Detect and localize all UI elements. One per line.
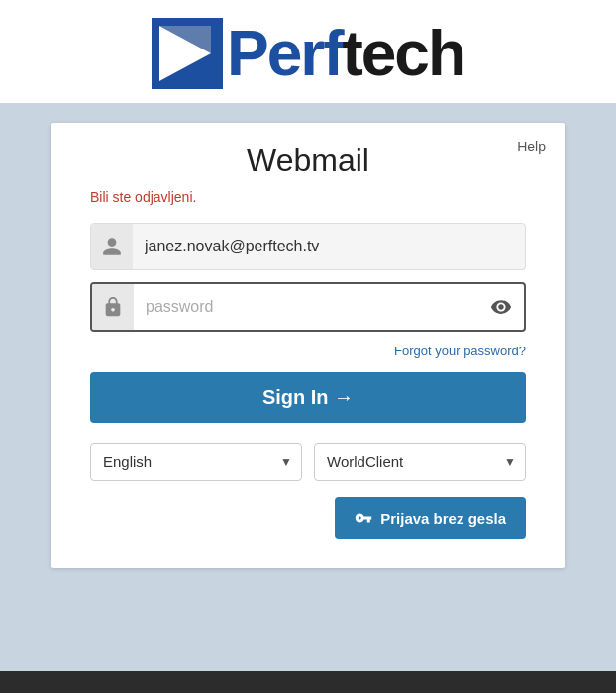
perftech-logo-icon — [152, 18, 223, 89]
lock-icon — [92, 284, 134, 330]
bottom-selects-row: English Slovenian German ▼ WorldClient O… — [90, 443, 526, 481]
client-select[interactable]: WorldClient Outlook — [314, 443, 526, 481]
help-link[interactable]: Help — [517, 139, 546, 154]
login-card: Help Webmail Bili ste odjavljeni. Forgot… — [51, 123, 565, 568]
client-select-wrapper: WorldClient Outlook ▼ — [314, 443, 526, 481]
user-icon — [91, 224, 133, 269]
card-footer: Prijava brez gesla — [90, 497, 526, 539]
logo-tech: tech — [342, 18, 464, 89]
passwordless-label: Prijava brez gesla — [380, 510, 506, 527]
logo-area: Perftech — [0, 0, 616, 103]
toggle-password-button[interactable] — [478, 296, 524, 318]
passwordless-button[interactable]: Prijava brez gesla — [335, 497, 526, 539]
password-row — [90, 282, 526, 332]
logout-message: Bili ste odjavljeni. — [90, 189, 526, 205]
logo-text: Perftech — [227, 22, 464, 85]
key-icon — [355, 509, 372, 527]
forgot-password-link[interactable]: Forgot your password? — [90, 344, 526, 358]
bottom-bar — [0, 671, 616, 693]
logo-container: Perftech — [152, 18, 464, 89]
sign-in-button[interactable]: Sign In → — [90, 372, 526, 423]
username-input[interactable] — [133, 224, 525, 269]
password-input[interactable] — [134, 284, 478, 330]
page-title: Webmail — [90, 143, 526, 179]
username-row — [90, 223, 526, 270]
language-select[interactable]: English Slovenian German — [90, 443, 302, 481]
language-select-wrapper: English Slovenian German ▼ — [90, 443, 302, 481]
logo-perf: Perf — [227, 18, 343, 89]
